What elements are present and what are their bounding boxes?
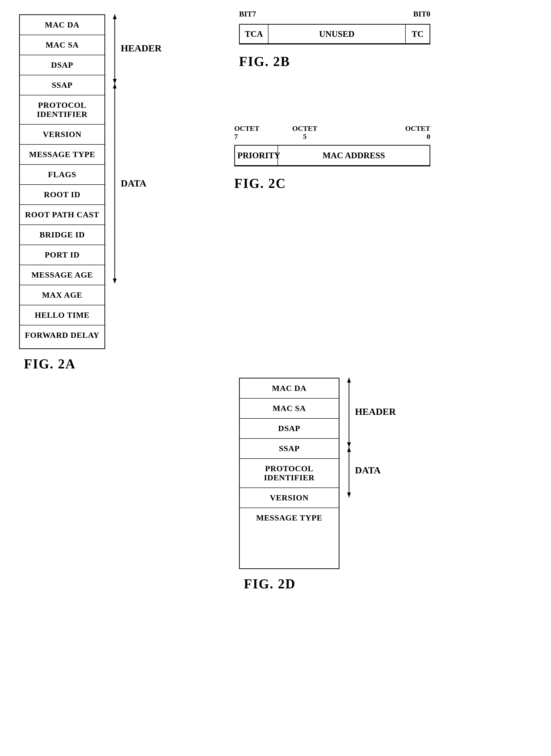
fig2a-table: MAC DAMAC SADSAPSSAPPROTOCOL IDENTIFIERV…	[19, 14, 105, 349]
fig2a-row-6: MESSAGE TYPE	[20, 145, 104, 165]
svg-marker-2	[113, 79, 117, 84]
fig2a-row-10: BRIDGE ID	[20, 225, 104, 245]
fig2a-table-wrapper: MAC DAMAC SADSAPSSAPPROTOCOL IDENTIFIERV…	[19, 14, 174, 349]
fig2c-octet5-num: 5	[303, 132, 307, 140]
fig2a-row-9: ROOT PATH CAST	[20, 205, 104, 225]
svg-marker-8	[347, 442, 351, 447]
fig2b-container: BIT7 BIT0 TCA UNUSED TC FIG. 2B	[239, 10, 430, 69]
fig2a-container: MAC DAMAC SADSAPSSAPPROTOCOL IDENTIFIERV…	[19, 14, 174, 372]
fig2d-row-2: DSAP	[240, 419, 339, 439]
svg-marker-10	[347, 447, 351, 452]
fig2c-octet5: OCTET	[292, 124, 317, 132]
fig2c-priority: PRIORITY	[235, 145, 278, 165]
fig2a-row-7: FLAGS	[20, 165, 104, 185]
fig2a-label: FIG. 2A	[24, 356, 76, 372]
fig2c-octet5-group: OCTET 5	[292, 124, 317, 140]
svg-marker-4	[113, 84, 117, 88]
fig2b-tca: TCA	[240, 25, 268, 43]
fig2c-bottom-ticks	[234, 166, 430, 170]
header-label-2a: HEADER	[121, 43, 162, 54]
fig2c-label: FIG. 2C	[234, 176, 430, 191]
fig2c-octet0-num: 0	[427, 132, 430, 140]
fig2d-table-wrapper: MAC DAMAC SADSAPSSAPPROTOCOL IDENTIFIERV…	[239, 378, 414, 569]
fig2b-top-ticks	[239, 20, 430, 24]
fig2b-tc: TC	[406, 25, 430, 43]
fig2c-octet-top: OCTET 7 OCTET 5 OCTET 0	[234, 124, 430, 140]
svg-marker-7	[347, 378, 351, 383]
fig2d-row-3: SSAP	[240, 439, 339, 459]
fig2a-arrows: HEADER DATA	[108, 14, 174, 349]
fig2d-container: MAC DAMAC SADSAPSSAPPROTOCOL IDENTIFIERV…	[239, 378, 414, 592]
header-label-2d: HEADER	[355, 406, 396, 417]
fig2b-bottom-ticks	[239, 44, 430, 48]
fig2a-row-3: SSAP	[20, 75, 104, 95]
data-label-2a: DATA	[121, 178, 146, 188]
fig2c-octet7-group: OCTET 7	[234, 124, 259, 140]
fig2a-row-2: DSAP	[20, 55, 104, 75]
fig2c-octet0-group: OCTET 0	[405, 124, 430, 140]
fig2c-octet7: OCTET	[234, 124, 259, 132]
tick-svg	[239, 20, 430, 24]
fig2d-row-5: VERSION	[240, 488, 339, 508]
fig2a-row-8: ROOT ID	[20, 185, 104, 205]
fig2d-row-6: MESSAGE TYPE	[240, 508, 339, 528]
page: MAC DAMAC SADSAPSSAPPROTOCOL IDENTIFIERV…	[0, 0, 551, 756]
fig2c-octet0: OCTET	[405, 124, 430, 132]
fig2d-row-4: PROTOCOL IDENTIFIER	[240, 459, 339, 488]
fig2a-row-13: MAX AGE	[20, 285, 104, 305]
fig2a-row-15: FORWARD DELAY	[20, 325, 104, 345]
fig2b-table: TCA UNUSED TC	[239, 24, 430, 44]
data-label-2d: DATA	[355, 465, 381, 475]
fig2d-label: FIG. 2D	[244, 576, 414, 592]
fig2a-row-11: PORT ID	[20, 245, 104, 265]
fig2b-label: FIG. 2B	[239, 54, 430, 69]
svg-marker-5	[113, 279, 117, 283]
bit0-label: BIT0	[413, 10, 430, 18]
fig2a-row-0: MAC DA	[20, 15, 104, 35]
fig2a-row-5: VERSION	[20, 124, 104, 145]
fig2b-unused: UNUSED	[268, 25, 406, 43]
fig2c-top-ticks	[234, 141, 430, 145]
fig2b-bit-labels: BIT7 BIT0	[239, 10, 430, 18]
fig2a-row-14: HELLO TIME	[20, 305, 104, 325]
fig2c-mac: MAC ADDRESS	[278, 145, 430, 165]
fig2d-arrows: HEADER DATA	[342, 378, 414, 569]
svg-marker-1	[113, 14, 117, 19]
svg-marker-11	[347, 492, 351, 497]
fig2a-row-1: MAC SA	[20, 35, 104, 55]
fig2c-octet7-num: 7	[234, 132, 238, 140]
fig2a-row-4: PROTOCOL IDENTIFIER	[20, 95, 104, 124]
fig2d-row-1: MAC SA	[240, 399, 339, 419]
fig2d-row-0: MAC DA	[240, 378, 339, 399]
fig2c-table: PRIORITY MAC ADDRESS	[234, 145, 430, 166]
fig2d-table: MAC DAMAC SADSAPSSAPPROTOCOL IDENTIFIERV…	[239, 378, 340, 569]
fig2c-container: OCTET 7 OCTET 5 OCTET 0 PRIORITY MAC ADD…	[234, 124, 430, 191]
bit7-label: BIT7	[239, 10, 256, 18]
fig2a-row-12: MESSAGE AGE	[20, 265, 104, 285]
